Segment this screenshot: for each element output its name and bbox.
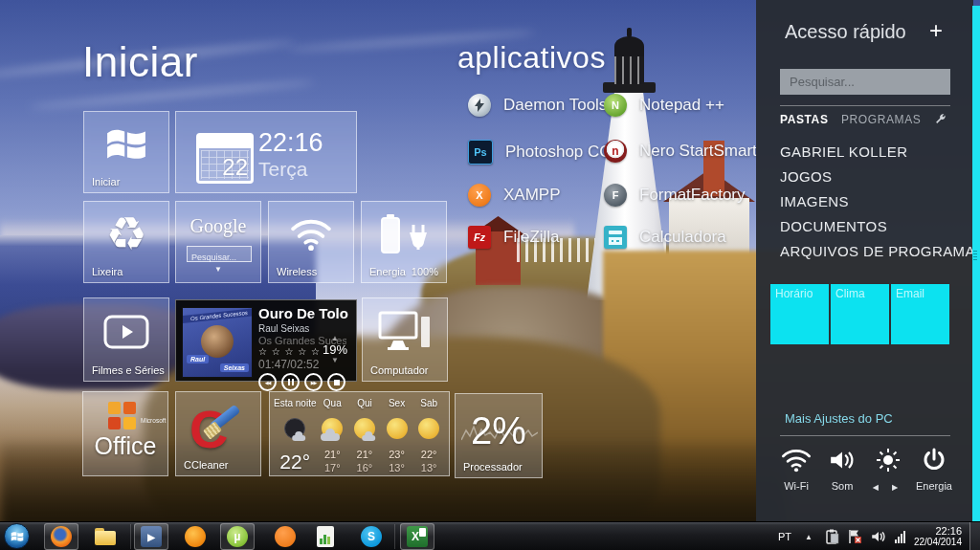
- album-art: Os Grandes Sucessos Raul Seixas: [182, 307, 253, 378]
- start-button[interactable]: [4, 523, 30, 549]
- action-center-flag-icon[interactable]: [848, 529, 862, 544]
- recycle-icon: ♻: [84, 202, 168, 267]
- tile-processador[interactable]: 2% Processador: [455, 393, 543, 478]
- tile-filmes-series[interactable]: Filmes e Séries: [83, 297, 169, 382]
- sidebar-search-box[interactable]: [780, 69, 950, 95]
- tile-horario[interactable]: Horário: [770, 284, 829, 344]
- sidebar-search-input[interactable]: [780, 69, 950, 95]
- tile-google-search[interactable]: Google ▼: [175, 201, 261, 283]
- skype-icon: S: [361, 526, 382, 547]
- video-play-icon: [84, 298, 168, 365]
- stop-button[interactable]: [327, 373, 345, 391]
- brightness-arrows[interactable]: ◀ ▶: [865, 483, 911, 492]
- tile-energia[interactable]: Energia 100%: [361, 201, 447, 283]
- previous-button[interactable]: ◀◀: [258, 373, 277, 391]
- tile-weather[interactable]: Esta noite 22° Qua 21° 17° Qui 21° 16° S…: [269, 391, 450, 476]
- folder-item[interactable]: GABRIEL KOLLER: [780, 140, 980, 165]
- tile-computador[interactable]: Computador: [362, 297, 448, 382]
- network-tray-icon[interactable]: [895, 531, 905, 543]
- google-search-input[interactable]: [188, 251, 251, 265]
- folder-item[interactable]: IMAGENS: [780, 189, 980, 214]
- app-formatfactory[interactable]: F FormatFactory: [604, 184, 746, 207]
- office-brand: Microsoft: [141, 417, 166, 424]
- tile-label: CCleaner: [184, 459, 228, 471]
- sun-small-cloud-icon: [348, 414, 381, 443]
- quick-wifi[interactable]: Wi-Fi: [773, 444, 819, 492]
- tile-wireless[interactable]: Wireless: [268, 201, 354, 283]
- taskbar-utorrent[interactable]: µ: [220, 523, 255, 550]
- lighthouse-finial: [627, 28, 632, 37]
- taskbar-skype[interactable]: S: [354, 523, 389, 550]
- taskbar-firefox[interactable]: [44, 523, 78, 550]
- folder-item[interactable]: DOCUMENTOS: [780, 214, 980, 239]
- sidebar-edge-handle[interactable]: [972, 6, 980, 521]
- wrench-icon[interactable]: [934, 112, 947, 129]
- app-daemon-tools[interactable]: Daemon Tools: [468, 94, 607, 117]
- more-pc-settings-link[interactable]: Mais Ajustes do PC: [785, 411, 893, 426]
- tile-lixeira[interactable]: ♻ Lixeira: [83, 201, 169, 283]
- tile-label: Energia: [369, 266, 406, 277]
- tile-music-player[interactable]: Os Grandes Sucessos Raul Seixas Ouro De …: [175, 299, 357, 382]
- tile-clima[interactable]: Clima: [831, 284, 889, 344]
- language-indicator[interactable]: PT: [778, 531, 791, 542]
- chart-document-icon: [317, 526, 334, 547]
- folder-item[interactable]: ARQUIVOS DE PROGRAMAS: [780, 239, 980, 264]
- tab-pastas[interactable]: PASTAS: [780, 113, 829, 126]
- utorrent-icon: µ: [227, 526, 248, 547]
- tab-programas[interactable]: PROGRAMAS: [841, 113, 921, 126]
- tile-label: Wireless: [277, 266, 317, 277]
- weather-col-sab: Sab 22° 13°: [412, 398, 445, 470]
- night-cloud-icon: [274, 414, 316, 443]
- sidebar-tiles: Horário Clima Email: [770, 284, 949, 344]
- taskbar-separator: [394, 524, 395, 549]
- volume-percent: 19%: [321, 342, 349, 357]
- battery-plug-icon: [362, 202, 446, 267]
- taskbar-xampp[interactable]: [268, 523, 302, 550]
- app-photoshop-cc[interactable]: Ps Photoshop CC: [468, 140, 612, 165]
- quick-brightness[interactable]: ◀ ▶: [865, 444, 911, 492]
- show-desktop-button[interactable]: [969, 522, 980, 550]
- pause-button[interactable]: [281, 373, 300, 391]
- tile-office[interactable]: Microsoft Office: [82, 391, 168, 476]
- taskbar-explorer[interactable]: [88, 523, 122, 550]
- app-xampp[interactable]: X XAMPP: [468, 184, 561, 207]
- taskbar-avast[interactable]: [178, 523, 212, 550]
- volume-tray-icon[interactable]: [871, 530, 886, 543]
- tray-date: 22/04/2014: [914, 537, 962, 548]
- tile-calendar[interactable]: 22 22:16 Terça: [175, 111, 357, 193]
- app-nero-startsmart[interactable]: n Nero StartSmart: [604, 140, 757, 163]
- tile-label: Computador: [370, 364, 429, 376]
- volume-control[interactable]: ▲ 19% ▼: [321, 335, 349, 364]
- app-filezilla[interactable]: Fz FileZilla: [468, 226, 560, 249]
- tray-expand-icon[interactable]: ▲: [805, 533, 813, 541]
- app-notepad-plus-plus[interactable]: N Notepad ++: [604, 94, 724, 117]
- tile-email[interactable]: Email: [891, 284, 949, 344]
- google-search-box[interactable]: [187, 246, 252, 262]
- chevron-down-icon[interactable]: ▼: [176, 265, 260, 274]
- taskbar-excel[interactable]: X: [400, 523, 434, 550]
- clipboard-tray-icon[interactable]: [826, 529, 839, 544]
- track-title: Ouro De Tolo: [258, 305, 348, 321]
- quick-som[interactable]: Som: [819, 444, 865, 492]
- sidebar-title: Acesso rápido: [785, 21, 906, 43]
- add-icon[interactable]: +: [929, 17, 943, 44]
- tile-iniciar[interactable]: Iniciar: [83, 111, 169, 193]
- folder-item[interactable]: JOGOS: [780, 165, 980, 189]
- wifi-icon: [269, 202, 353, 267]
- track-rating[interactable]: ☆ ☆ ☆ ☆ ☆: [258, 346, 321, 357]
- filezilla-icon: Fz: [468, 226, 491, 249]
- nero-icon: n: [604, 140, 627, 163]
- volume-up-icon[interactable]: ▲: [321, 335, 349, 342]
- taskbar-stats-app[interactable]: [308, 523, 343, 550]
- divider: [780, 105, 950, 106]
- next-button[interactable]: ▶▶: [304, 373, 323, 391]
- taskbar-media-player[interactable]: ▶: [134, 523, 168, 550]
- clock-weekday: Terça: [258, 158, 307, 181]
- battery-level: 100%: [412, 266, 438, 277]
- volume-down-icon[interactable]: ▼: [321, 357, 349, 364]
- app-calculadora[interactable]: Calculadora: [604, 226, 726, 249]
- quick-energia[interactable]: Energia: [911, 444, 957, 492]
- tile-ccleaner[interactable]: C CCleaner: [175, 391, 261, 476]
- tray-clock[interactable]: 22:16 22/04/2014: [914, 525, 962, 548]
- media-player-icon: ▶: [141, 526, 162, 547]
